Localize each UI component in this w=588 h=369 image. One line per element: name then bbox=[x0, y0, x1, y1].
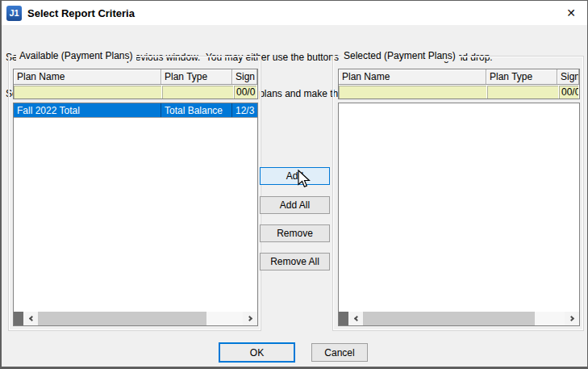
selected-col-plan-type[interactable]: Plan Type bbox=[486, 69, 557, 84]
add-all-button[interactable]: Add All bbox=[260, 196, 330, 214]
available-col-plan-type[interactable]: Plan Type bbox=[161, 69, 232, 84]
remove-all-button[interactable]: Remove All bbox=[260, 253, 330, 270]
titlebar: J1 Select Report Criteria ✕ bbox=[2, 1, 587, 25]
available-filter-row: 00/0 bbox=[14, 85, 257, 99]
available-hscrollbar[interactable] bbox=[14, 312, 257, 325]
available-row-fall-2022-total[interactable]: Fall 2022 Total Total Balance 12/3 bbox=[14, 103, 257, 118]
chevron-right-icon bbox=[246, 316, 252, 321]
selected-filter-plan-name[interactable] bbox=[339, 86, 486, 99]
selected-grid-header: Plan Name Plan Type Sign 00/0 bbox=[338, 69, 580, 99]
scrollbar-thumb[interactable] bbox=[38, 312, 206, 325]
available-col-sign[interactable]: Sign bbox=[232, 69, 257, 84]
selected-filter-plan-type[interactable] bbox=[487, 86, 558, 99]
available-header-row: Plan Name Plan Type Sign bbox=[14, 69, 257, 85]
window-title: Select Report Criteria bbox=[27, 7, 135, 19]
selected-hscrollbar[interactable] bbox=[339, 312, 579, 325]
chevron-right-icon bbox=[568, 316, 573, 321]
close-button[interactable]: ✕ bbox=[555, 1, 587, 24]
scroll-left-button[interactable] bbox=[23, 312, 38, 325]
available-filter-plan-type[interactable] bbox=[162, 86, 233, 99]
available-col-plan-name[interactable]: Plan Name bbox=[14, 69, 161, 84]
add-button[interactable]: Add bbox=[260, 167, 330, 185]
available-filter-plan-name[interactable] bbox=[14, 86, 161, 99]
cell-sign: 12/3 bbox=[232, 103, 257, 117]
cancel-button[interactable]: Cancel bbox=[311, 343, 368, 362]
scrollbar-track[interactable] bbox=[535, 312, 565, 325]
selected-filter-sign[interactable]: 00/0 bbox=[559, 86, 578, 99]
scroll-right-button[interactable] bbox=[565, 312, 579, 325]
selected-group-label: Selected (Payment Plans) bbox=[340, 50, 459, 61]
app-logo-icon: J1 bbox=[6, 6, 22, 21]
available-list[interactable]: Fall 2022 Total Total Balance 12/3 bbox=[13, 103, 258, 326]
close-icon: ✕ bbox=[566, 6, 576, 19]
scrollbar-thumb[interactable] bbox=[363, 312, 535, 325]
available-grid-header: Plan Name Plan Type Sign 00/0 bbox=[13, 69, 258, 99]
cell-plan-name: Fall 2022 Total bbox=[14, 103, 161, 117]
scroll-left-button[interactable] bbox=[348, 312, 363, 325]
selected-col-plan-name[interactable]: Plan Name bbox=[339, 69, 486, 84]
available-group-label: Available (Payment Plans) bbox=[16, 50, 136, 61]
selected-header-row: Plan Name Plan Type Sign bbox=[339, 69, 579, 85]
dialog-select-report-criteria: J1 Select Report Criteria ✕ Select items… bbox=[0, 0, 588, 369]
scrollbar-corner-block bbox=[339, 312, 348, 325]
cell-plan-type: Total Balance bbox=[161, 103, 232, 117]
chevron-left-icon bbox=[28, 316, 34, 321]
selected-col-sign[interactable]: Sign bbox=[557, 69, 579, 84]
chevron-left-icon bbox=[353, 316, 359, 321]
selected-filter-row: 00/0 bbox=[339, 85, 579, 99]
available-filter-sign[interactable]: 00/0 bbox=[234, 86, 256, 99]
scroll-right-button[interactable] bbox=[243, 312, 257, 325]
ok-button[interactable]: OK bbox=[219, 342, 295, 363]
remove-button[interactable]: Remove bbox=[260, 224, 330, 242]
scrollbar-track[interactable] bbox=[206, 312, 243, 325]
selected-list[interactable] bbox=[338, 103, 580, 326]
scrollbar-corner-block bbox=[14, 312, 23, 325]
